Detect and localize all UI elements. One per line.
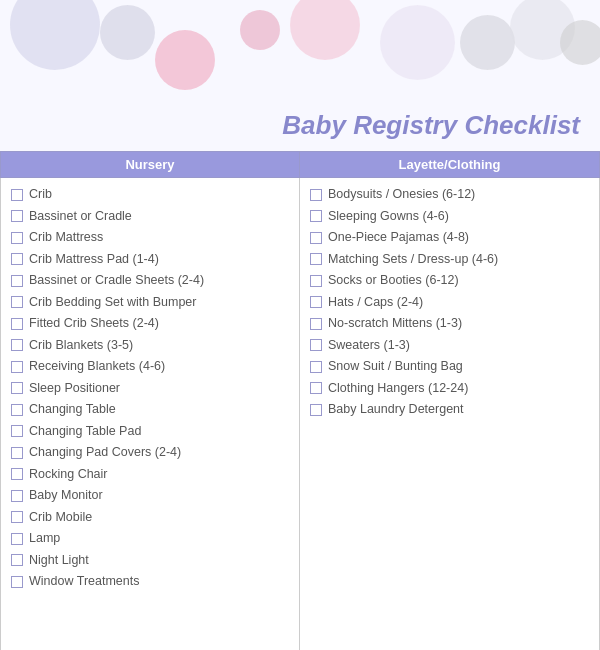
item-label: Rocking Chair: [29, 466, 108, 484]
decorative-bubble: [560, 20, 600, 65]
clothing-column: Bodysuits / Onesies (6-12) Sleeping Gown…: [300, 178, 599, 650]
checkbox[interactable]: [310, 232, 322, 244]
item-label: Crib Blankets (3-5): [29, 337, 133, 355]
list-item[interactable]: Changing Table: [11, 401, 291, 419]
content-area: Crib Bassinet or Cradle Crib Mattress Cr…: [0, 178, 600, 650]
list-item[interactable]: Sleep Positioner: [11, 380, 291, 398]
checkbox[interactable]: [11, 210, 23, 222]
checkbox[interactable]: [310, 296, 322, 308]
item-label: Changing Table Pad: [29, 423, 141, 441]
item-label: Crib: [29, 186, 52, 204]
checkbox[interactable]: [310, 253, 322, 265]
decorative-bubble: [290, 0, 360, 60]
item-label: Sleep Positioner: [29, 380, 120, 398]
item-label: Bodysuits / Onesies (6-12): [328, 186, 475, 204]
list-item[interactable]: Changing Table Pad: [11, 423, 291, 441]
decorative-bubble: [380, 5, 455, 80]
nursery-header: Nursery: [1, 152, 300, 177]
item-label: Hats / Caps (2-4): [328, 294, 423, 312]
item-label: Lamp: [29, 530, 60, 548]
item-label: Baby Laundry Detergent: [328, 401, 464, 419]
item-label: Snow Suit / Bunting Bag: [328, 358, 463, 376]
checkbox[interactable]: [11, 361, 23, 373]
item-label: Night Light: [29, 552, 89, 570]
checkbox[interactable]: [310, 275, 322, 287]
list-item[interactable]: Window Treatments: [11, 573, 291, 591]
checkbox[interactable]: [11, 468, 23, 480]
checkbox[interactable]: [11, 253, 23, 265]
item-label: Clothing Hangers (12-24): [328, 380, 468, 398]
list-item[interactable]: Crib Mattress Pad (1-4): [11, 251, 291, 269]
checkbox[interactable]: [11, 318, 23, 330]
list-item[interactable]: Fitted Crib Sheets (2-4): [11, 315, 291, 333]
list-item[interactable]: Night Light: [11, 552, 291, 570]
list-item[interactable]: Bodysuits / Onesies (6-12): [310, 186, 591, 204]
checkbox[interactable]: [11, 189, 23, 201]
list-item[interactable]: Hats / Caps (2-4): [310, 294, 591, 312]
list-item[interactable]: Changing Pad Covers (2-4): [11, 444, 291, 462]
list-item[interactable]: Receiving Blankets (4-6): [11, 358, 291, 376]
checkbox[interactable]: [310, 382, 322, 394]
header-bubbles: [0, 0, 600, 110]
list-item[interactable]: Socks or Booties (6-12): [310, 272, 591, 290]
item-label: Matching Sets / Dress-up (4-6): [328, 251, 498, 269]
checkbox[interactable]: [11, 533, 23, 545]
item-label: Changing Pad Covers (2-4): [29, 444, 181, 462]
item-label: Crib Mobile: [29, 509, 92, 527]
nursery-column: Crib Bassinet or Cradle Crib Mattress Cr…: [1, 178, 300, 650]
list-item[interactable]: Lamp: [11, 530, 291, 548]
item-label: Crib Mattress: [29, 229, 103, 247]
checkbox[interactable]: [11, 382, 23, 394]
page-title: Baby Registry Checklist: [0, 110, 580, 141]
checkbox[interactable]: [310, 404, 322, 416]
checkbox[interactable]: [11, 404, 23, 416]
checkbox[interactable]: [11, 275, 23, 287]
list-item[interactable]: Crib: [11, 186, 291, 204]
item-label: Socks or Booties (6-12): [328, 272, 459, 290]
list-item[interactable]: Crib Blankets (3-5): [11, 337, 291, 355]
checkbox[interactable]: [310, 189, 322, 201]
list-item[interactable]: One-Piece Pajamas (4-8): [310, 229, 591, 247]
checkbox[interactable]: [11, 511, 23, 523]
item-label: Fitted Crib Sheets (2-4): [29, 315, 159, 333]
checkbox[interactable]: [310, 361, 322, 373]
list-item[interactable]: Baby Monitor: [11, 487, 291, 505]
list-item[interactable]: Crib Mattress: [11, 229, 291, 247]
checkbox[interactable]: [11, 554, 23, 566]
list-item[interactable]: Crib Bedding Set with Bumper: [11, 294, 291, 312]
checkbox[interactable]: [11, 232, 23, 244]
checkbox[interactable]: [310, 210, 322, 222]
item-label: Sweaters (1-3): [328, 337, 410, 355]
checkbox[interactable]: [11, 447, 23, 459]
checkbox[interactable]: [310, 318, 322, 330]
item-label: Crib Mattress Pad (1-4): [29, 251, 159, 269]
list-item[interactable]: Crib Mobile: [11, 509, 291, 527]
list-item[interactable]: Clothing Hangers (12-24): [310, 380, 591, 398]
clothing-header: Layette/Clothing: [300, 152, 599, 177]
checkbox[interactable]: [11, 296, 23, 308]
list-item[interactable]: Snow Suit / Bunting Bag: [310, 358, 591, 376]
list-item[interactable]: Bassinet or Cradle: [11, 208, 291, 226]
checkbox[interactable]: [310, 339, 322, 351]
item-label: No-scratch Mittens (1-3): [328, 315, 462, 333]
list-item[interactable]: Matching Sets / Dress-up (4-6): [310, 251, 591, 269]
item-label: Changing Table: [29, 401, 116, 419]
list-item[interactable]: No-scratch Mittens (1-3): [310, 315, 591, 333]
decorative-bubble: [155, 30, 215, 90]
item-label: Bassinet or Cradle: [29, 208, 132, 226]
title-area: Baby Registry Checklist: [0, 110, 600, 151]
checkbox[interactable]: [11, 339, 23, 351]
list-item[interactable]: Sweaters (1-3): [310, 337, 591, 355]
checkbox[interactable]: [11, 490, 23, 502]
list-item[interactable]: Sleeping Gowns (4-6): [310, 208, 591, 226]
checkbox[interactable]: [11, 425, 23, 437]
list-item[interactable]: Rocking Chair: [11, 466, 291, 484]
item-label: Bassinet or Cradle Sheets (2-4): [29, 272, 204, 290]
column-headers: Nursery Layette/Clothing: [0, 151, 600, 178]
checkbox[interactable]: [11, 576, 23, 588]
decorative-bubble: [240, 10, 280, 50]
list-item[interactable]: Bassinet or Cradle Sheets (2-4): [11, 272, 291, 290]
list-item[interactable]: Baby Laundry Detergent: [310, 401, 591, 419]
item-label: One-Piece Pajamas (4-8): [328, 229, 469, 247]
decorative-bubble: [10, 0, 100, 70]
